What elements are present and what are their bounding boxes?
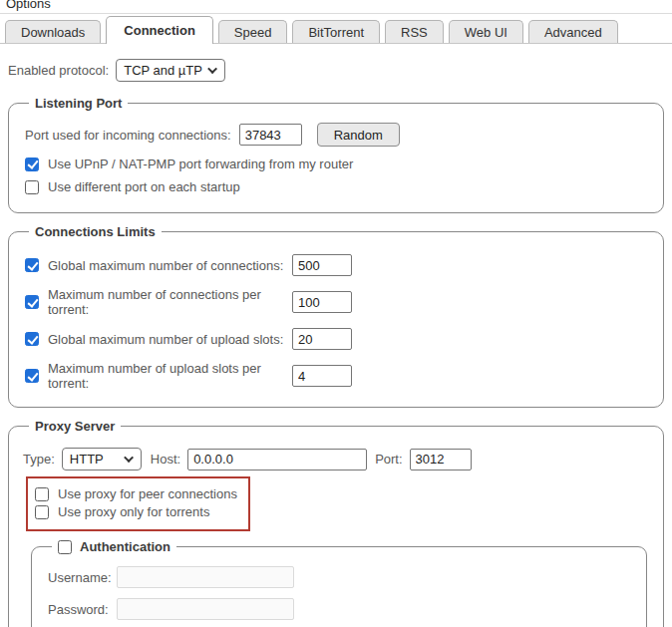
incoming-port-input[interactable] bbox=[239, 124, 302, 146]
options-tab-bar: Downloads Connection Speed BitTorrent RS… bbox=[0, 14, 672, 44]
random-port-button[interactable]: Random bbox=[317, 123, 400, 147]
proxy-username-row: Username: bbox=[48, 566, 634, 588]
upload-slots-per-torrent-input[interactable] bbox=[292, 365, 352, 387]
proxy-password-input[interactable] bbox=[117, 598, 294, 620]
proxy-username-input[interactable] bbox=[117, 566, 294, 588]
max-connections-per-torrent-checkbox[interactable] bbox=[25, 295, 39, 309]
chevron-down-icon bbox=[124, 453, 134, 463]
listening-port-group: Listening Port Port used for incoming co… bbox=[8, 96, 664, 213]
tab-rss[interactable]: RSS bbox=[385, 20, 444, 43]
max-connections-per-torrent-row: Maximum number of connections per torren… bbox=[25, 287, 651, 317]
authentication-group: Authentication Username: Password: Info:… bbox=[31, 539, 647, 627]
global-max-connections-checkbox[interactable] bbox=[25, 258, 39, 272]
window-title: Options bbox=[6, 0, 51, 11]
upnp-row[interactable]: Use UPnP / NAT-PMP port forwarding from … bbox=[25, 157, 651, 171]
global-max-connections-label: Global maximum number of connections: bbox=[48, 258, 292, 273]
authentication-checkbox[interactable] bbox=[58, 540, 72, 554]
incoming-port-row: Port used for incoming connections: Rand… bbox=[25, 123, 651, 147]
proxy-host-label: Host: bbox=[151, 452, 180, 467]
enabled-protocol-value: TCP and µTP bbox=[124, 63, 202, 78]
proxy-port-label: Port: bbox=[375, 452, 402, 467]
tab-speed[interactable]: Speed bbox=[218, 20, 288, 43]
listening-port-legend: Listening Port bbox=[29, 96, 128, 111]
proxy-peer-connections-checkbox[interactable] bbox=[35, 487, 49, 501]
global-upload-slots-checkbox[interactable] bbox=[25, 332, 39, 346]
proxy-only-torrents-row[interactable]: Use proxy only for torrents bbox=[35, 504, 237, 519]
upnp-checkbox[interactable] bbox=[25, 157, 39, 171]
different-port-label: Use different port on each startup bbox=[48, 179, 240, 194]
authentication-legend-text: Authentication bbox=[80, 539, 170, 554]
tab-webui[interactable]: Web UI bbox=[449, 20, 523, 43]
connection-tab-panel: Enabled protocol: TCP and µTP Listening … bbox=[0, 44, 672, 627]
max-connections-per-torrent-label: Maximum number of connections per torren… bbox=[48, 287, 292, 317]
annotation-highlight-box: Use proxy for peer connections Use proxy… bbox=[26, 476, 250, 531]
upload-slots-per-torrent-checkbox[interactable] bbox=[25, 369, 39, 383]
tab-connection[interactable]: Connection bbox=[106, 16, 213, 44]
chevron-down-icon bbox=[207, 64, 217, 74]
tab-bittorrent[interactable]: BitTorrent bbox=[292, 20, 380, 43]
proxy-only-torrents-checkbox[interactable] bbox=[35, 505, 49, 519]
different-port-checkbox[interactable] bbox=[25, 180, 39, 194]
different-port-row[interactable]: Use different port on each startup bbox=[25, 179, 651, 194]
proxy-host-input[interactable] bbox=[187, 449, 367, 470]
proxy-server-group: Proxy Server Type: HTTP Host: Port: Use … bbox=[8, 419, 664, 627]
global-upload-slots-input[interactable] bbox=[292, 328, 352, 350]
proxy-port-input[interactable] bbox=[410, 449, 472, 470]
upnp-label: Use UPnP / NAT-PMP port forwarding from … bbox=[48, 157, 353, 171]
global-max-connections-row: Global maximum number of connections: bbox=[25, 254, 651, 276]
proxy-password-label: Password: bbox=[48, 602, 114, 617]
proxy-only-torrents-label: Use proxy only for torrents bbox=[58, 504, 209, 519]
enabled-protocol-select[interactable]: TCP and µTP bbox=[116, 59, 225, 82]
upload-slots-per-torrent-row: Maximum number of upload slots per torre… bbox=[25, 361, 651, 391]
incoming-port-label: Port used for incoming connections: bbox=[25, 128, 231, 143]
max-connections-per-torrent-input[interactable] bbox=[292, 291, 352, 313]
global-max-connections-input[interactable] bbox=[292, 254, 352, 276]
enabled-protocol-label: Enabled protocol: bbox=[8, 63, 109, 78]
proxy-type-select[interactable]: HTTP bbox=[62, 448, 142, 470]
tab-advanced[interactable]: Advanced bbox=[528, 20, 618, 43]
proxy-server-legend: Proxy Server bbox=[29, 419, 121, 434]
connections-limits-group: Connections Limits Global maximum number… bbox=[8, 224, 664, 408]
connections-limits-legend: Connections Limits bbox=[29, 224, 162, 239]
proxy-password-row: Password: bbox=[48, 598, 634, 620]
proxy-type-label: Type: bbox=[23, 452, 55, 467]
global-upload-slots-label: Global maximum number of upload slots: bbox=[48, 332, 292, 347]
global-upload-slots-row: Global maximum number of upload slots: bbox=[25, 328, 651, 350]
proxy-type-value: HTTP bbox=[70, 452, 104, 467]
authentication-legend: Authentication bbox=[52, 539, 176, 554]
proxy-peer-connections-row[interactable]: Use proxy for peer connections bbox=[35, 486, 237, 501]
proxy-type-row: Type: HTTP Host: Port: bbox=[23, 448, 651, 470]
proxy-username-label: Username: bbox=[48, 570, 114, 585]
tab-downloads[interactable]: Downloads bbox=[5, 20, 101, 43]
proxy-peer-connections-label: Use proxy for peer connections bbox=[58, 486, 237, 501]
enabled-protocol-row: Enabled protocol: TCP and µTP bbox=[8, 59, 664, 82]
upload-slots-per-torrent-label: Maximum number of upload slots per torre… bbox=[48, 361, 292, 391]
window-title-bar: Options bbox=[0, 0, 672, 14]
